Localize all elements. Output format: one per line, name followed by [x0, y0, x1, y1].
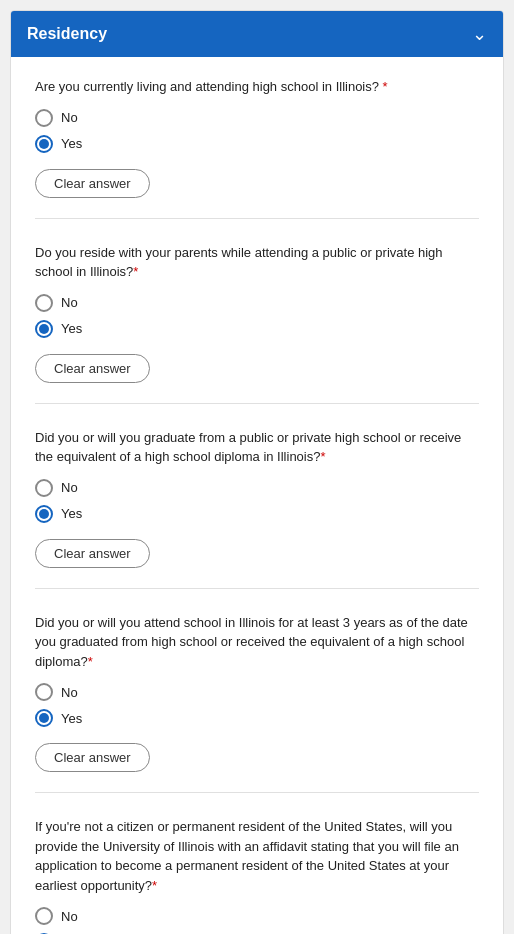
- radio-option-2-yes[interactable]: Yes: [35, 320, 479, 338]
- clear-answer-button-1[interactable]: Clear answer: [35, 169, 150, 198]
- radio-group-5: No Yes: [35, 907, 479, 934]
- question-text-1: Are you currently living and attending h…: [35, 77, 479, 97]
- radio-option-5-no[interactable]: No: [35, 907, 479, 925]
- question-text-5: If you're not a citizen or permanent res…: [35, 817, 479, 895]
- radio-group-4: No Yes: [35, 683, 479, 727]
- question-text-4: Did you or will you attend school in Ill…: [35, 613, 479, 672]
- question-block-1: Are you currently living and attending h…: [35, 77, 479, 219]
- radio-label-1-no: No: [61, 110, 78, 125]
- radio-option-3-yes[interactable]: Yes: [35, 505, 479, 523]
- radio-input-4-no[interactable]: [35, 683, 53, 701]
- question-text-3: Did you or will you graduate from a publ…: [35, 428, 479, 467]
- radio-option-4-yes[interactable]: Yes: [35, 709, 479, 727]
- required-star-4: *: [88, 654, 93, 669]
- radio-group-1: No Yes: [35, 109, 479, 153]
- question-block-2: Do you reside with your parents while at…: [35, 243, 479, 404]
- required-star-3: *: [320, 449, 325, 464]
- clear-answer-button-4[interactable]: Clear answer: [35, 743, 150, 772]
- radio-label-3-yes: Yes: [61, 506, 82, 521]
- radio-option-3-no[interactable]: No: [35, 479, 479, 497]
- radio-input-3-no[interactable]: [35, 479, 53, 497]
- radio-option-1-yes[interactable]: Yes: [35, 135, 479, 153]
- radio-label-3-no: No: [61, 480, 78, 495]
- radio-option-4-no[interactable]: No: [35, 683, 479, 701]
- radio-option-2-no[interactable]: No: [35, 294, 479, 312]
- required-star-5: *: [152, 878, 157, 893]
- radio-label-1-yes: Yes: [61, 136, 82, 151]
- required-star-1: *: [383, 79, 388, 94]
- radio-option-1-no[interactable]: No: [35, 109, 479, 127]
- clear-answer-button-2[interactable]: Clear answer: [35, 354, 150, 383]
- radio-group-2: No Yes: [35, 294, 479, 338]
- clear-answer-button-3[interactable]: Clear answer: [35, 539, 150, 568]
- radio-input-5-no[interactable]: [35, 907, 53, 925]
- radio-input-1-no[interactable]: [35, 109, 53, 127]
- question-block-3: Did you or will you graduate from a publ…: [35, 428, 479, 589]
- question-block-4: Did you or will you attend school in Ill…: [35, 613, 479, 794]
- form-content: Are you currently living and attending h…: [11, 57, 503, 934]
- radio-input-4-yes[interactable]: [35, 709, 53, 727]
- residency-form: Residency ⌄ Are you currently living and…: [10, 10, 504, 934]
- radio-label-2-no: No: [61, 295, 78, 310]
- radio-input-3-yes[interactable]: [35, 505, 53, 523]
- required-star-2: *: [133, 264, 138, 279]
- question-text-2: Do you reside with your parents while at…: [35, 243, 479, 282]
- question-block-5: If you're not a citizen or permanent res…: [35, 817, 479, 934]
- radio-group-3: No Yes: [35, 479, 479, 523]
- form-title: Residency: [27, 25, 107, 43]
- radio-label-5-no: No: [61, 909, 78, 924]
- form-header: Residency ⌄: [11, 11, 503, 57]
- radio-label-4-yes: Yes: [61, 711, 82, 726]
- chevron-down-icon[interactable]: ⌄: [472, 23, 487, 45]
- radio-input-1-yes[interactable]: [35, 135, 53, 153]
- radio-input-2-no[interactable]: [35, 294, 53, 312]
- radio-input-2-yes[interactable]: [35, 320, 53, 338]
- radio-label-4-no: No: [61, 685, 78, 700]
- radio-label-2-yes: Yes: [61, 321, 82, 336]
